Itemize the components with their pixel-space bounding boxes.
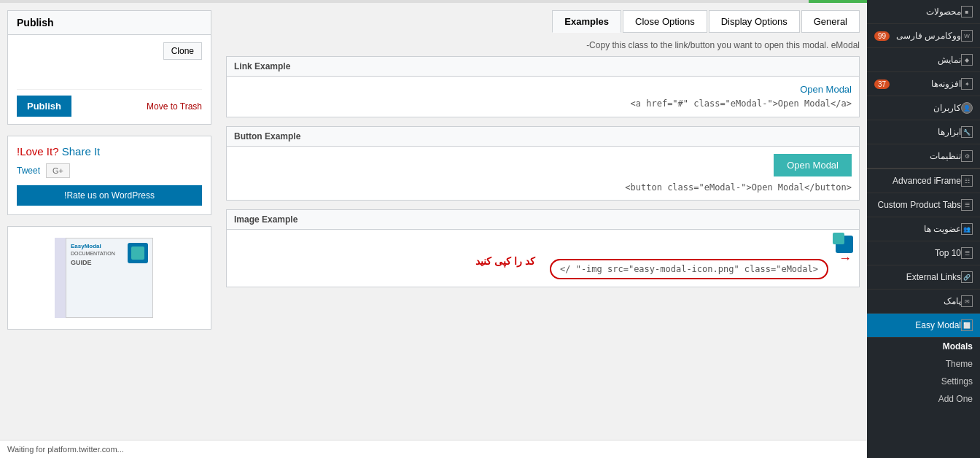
move-trash-link[interactable]: Move to Trash — [147, 101, 202, 112]
copy-icon-area — [836, 236, 853, 255]
sidebar-label-pamsak: پامک — [874, 296, 961, 306]
sidebar-item-woocommerce[interactable]: W ووکامرس فارسی 99 — [867, 24, 980, 48]
publish-button[interactable]: Publish — [17, 96, 71, 117]
sidebar-label-plugins: افزونه‌ها — [890, 79, 961, 89]
sidebar-label-easy-modal: Easy Modal — [874, 320, 961, 330]
sidebar-label-advanced-iframe: Advanced iFrame — [874, 176, 961, 186]
sidebar-item-products[interactable]: ■ محصولات — [867, 0, 980, 24]
clone-button[interactable]: Clone — [163, 42, 202, 60]
persian-copy-label: کد را کپی کنید — [475, 255, 535, 267]
sidebar-item-external-links[interactable]: 🔗 External Links — [867, 265, 980, 290]
pamsak-icon: ✉ — [961, 295, 973, 307]
sidebar-label-woocommerce: ووکامرس فارسی — [890, 31, 961, 41]
tabs-icon: ☰ — [961, 199, 973, 211]
sidebar-item-easy-modal[interactable]: ⬜ Easy Modal — [867, 314, 980, 338]
link-example-section: Link Example Open Modal <a href="#" clas… — [226, 56, 860, 117]
tab-general[interactable]: General — [801, 10, 860, 33]
share-it-text: Share It — [62, 145, 101, 158]
love-section: !Love It? Share It Tweet G+ !Rate us on … — [7, 136, 211, 215]
button-example-header: Button Example — [227, 127, 859, 147]
sidebar-label-custom-product-tabs: Custom Product Tabs — [874, 200, 961, 210]
sidebar-label-members: عضویت ها — [874, 224, 961, 234]
publish-box: Publish Clone Publish Move to Trash — [7, 10, 211, 125]
sidebar-label-settings: تنظیمات — [874, 151, 961, 161]
button-code-line: <button class="eModal-">Open Modal</butt… — [234, 182, 852, 193]
info-text: -Copy this class to the link/button you … — [226, 40, 860, 50]
copy-icon — [836, 236, 853, 253]
image-row: کد را کپی کنید </ "-img src="easy-modal-… — [234, 237, 852, 279]
left-panel: Publish Clone Publish Move to Trash !Lov… — [0, 3, 219, 440]
tab-bar: Examples Close Options Display Options G… — [226, 10, 860, 33]
iframe-icon: ☷ — [961, 175, 973, 187]
appearance-icon: ◆ — [961, 54, 973, 66]
sidebar-sub-settings-sub[interactable]: Settings — [867, 373, 980, 390]
right-sidebar: ■ محصولات W ووکامرس فارسی 99 ◆ نمایش ✦ ا… — [867, 0, 980, 458]
tab-close-options[interactable]: Close Options — [623, 10, 707, 33]
rate-button[interactable]: !Rate us on WordPress — [17, 185, 202, 206]
link-example-header: Link Example — [227, 57, 859, 77]
plugins-badge: 37 — [874, 79, 890, 89]
button-example-body: Open Modal <button class="eModal-">Open … — [227, 147, 859, 200]
link-example-body: Open Modal <a href="#" class="eModal-">O… — [227, 77, 859, 117]
link-code-line: <a href="#" class="eModal-">Open Modal</… — [234, 98, 852, 109]
sidebar-item-users[interactable]: 👤 کاربران — [867, 96, 980, 120]
button-example-section: Button Example Open Modal <button class=… — [226, 126, 860, 201]
sidebar-label-tools: ابزارها — [874, 127, 961, 137]
social-links: Tweet G+ — [17, 163, 202, 178]
sidebar-item-members[interactable]: 👥 عضویت ها — [867, 217, 980, 241]
sidebar-label-products: محصولات — [874, 7, 961, 17]
love-title: !Love It? Share It — [17, 145, 202, 158]
image-example-section: Image Example کد را کپی کنید </ "-img sr… — [226, 209, 860, 287]
modal-icon: ⬜ — [961, 319, 973, 331]
image-code-highlighted: </ "-img src="easy-modal-icon.png" class… — [550, 259, 828, 279]
sidebar-label-users: کاربران — [874, 103, 961, 113]
sidebar-label-top10: Top 10 — [874, 248, 961, 258]
settings-icon: ⚙ — [961, 150, 973, 162]
gplus-button[interactable]: G+ — [46, 163, 70, 178]
sidebar-item-advanced-iframe[interactable]: ☷ Advanced iFrame — [867, 169, 980, 193]
sidebar-label-external-links: External Links — [874, 272, 961, 282]
top10-icon: ☰ — [961, 247, 973, 259]
woo-icon: W — [961, 30, 973, 42]
tools-icon: 🔧 — [961, 126, 973, 138]
book-front: EasyModal DOCUMENTATION GUIDE — [66, 238, 153, 318]
book-area: EasyModal DOCUMENTATION GUIDE — [7, 226, 211, 330]
sidebar-sub-add-one[interactable]: Add One — [867, 390, 980, 408]
open-modal-teal-button[interactable]: Open Modal — [774, 154, 852, 176]
sidebar-item-pamsak[interactable]: ✉ پامک — [867, 290, 980, 314]
tweet-link[interactable]: Tweet — [17, 166, 40, 176]
image-example-header: Image Example — [227, 210, 859, 230]
sidebar-item-custom-product-tabs[interactable]: ☰ Custom Product Tabs — [867, 193, 980, 217]
woocommerce-badge: 99 — [874, 31, 890, 41]
links-icon: 🔗 — [961, 271, 973, 283]
sidebar-item-settings[interactable]: ⚙ تنظیمات — [867, 144, 980, 168]
sidebar-item-plugins[interactable]: ✦ افزونه‌ها 37 — [867, 72, 980, 96]
sidebar-label-appearance: نمایش — [874, 55, 961, 65]
progress-bar — [0, 0, 867, 3]
publish-header: Publish — [8, 11, 211, 35]
tab-display-options[interactable]: Display Options — [709, 10, 800, 33]
members-icon: 👥 — [961, 223, 973, 235]
sidebar-sub-theme[interactable]: Theme — [867, 355, 980, 373]
image-example-body: کد را کپی کنید </ "-img src="easy-modal-… — [227, 230, 859, 287]
sidebar-item-tools[interactable]: 🔧 ابزارها — [867, 120, 980, 144]
center-panel: Examples Close Options Display Options G… — [219, 3, 867, 440]
open-modal-link[interactable]: Open Modal — [234, 84, 852, 95]
tab-examples[interactable]: Examples — [552, 10, 621, 33]
user-icon: 👤 — [961, 102, 973, 114]
sidebar-item-top10[interactable]: ☰ Top 10 — [867, 241, 980, 265]
sidebar-item-appearance[interactable]: ◆ نمایش — [867, 48, 980, 72]
book-image: EasyModal DOCUMENTATION GUIDE — [51, 234, 168, 322]
plugin-icon: ✦ — [961, 78, 973, 90]
box-icon: ■ — [961, 6, 973, 18]
sidebar-sub-modals[interactable]: Modals — [867, 338, 980, 355]
status-bar: Waiting for platform.twitter.com... — [0, 440, 867, 458]
love-it-text: !Love It? — [17, 145, 59, 158]
